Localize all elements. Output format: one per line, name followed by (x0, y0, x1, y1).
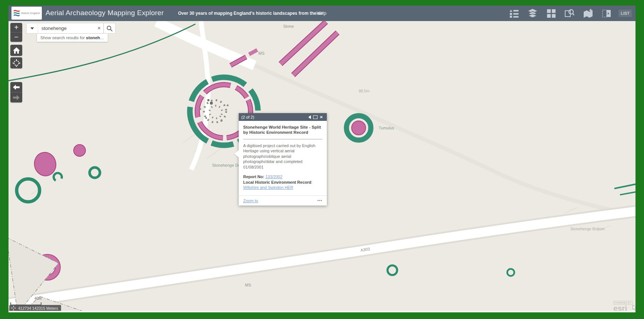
page-subtitle: Over 30 years of mapping England's histo… (178, 11, 323, 16)
search-widget: × (26, 23, 115, 34)
her-label: Local Historic Environment Record (243, 180, 311, 184)
popup-pager: (2 of 2) (241, 115, 306, 119)
esri-attribution: POWERED BY esri (613, 298, 633, 312)
scale-label: 40m (34, 296, 41, 301)
home-icon (13, 47, 20, 54)
add-map-icon[interactable] (581, 7, 595, 19)
zoom-control: + − (10, 23, 22, 42)
search-button[interactable] (104, 23, 115, 34)
esri-logo: esri (613, 305, 633, 312)
app-header: Historic England Aerial Archaeology Mapp… (9, 6, 635, 21)
ring-ditches[interactable] (388, 265, 514, 276)
popup-body: Stonehenge World Heritage Site - Split b… (239, 121, 327, 193)
report-label: Report No: (243, 174, 264, 179)
historic-england-flag-icon (14, 10, 20, 17)
help-link[interactable]: Help (316, 10, 326, 16)
clear-search-icon[interactable]: × (96, 25, 102, 31)
map-label: Tumulus (379, 126, 394, 130)
legend-icon[interactable] (507, 7, 521, 19)
chevron-down-icon (30, 27, 34, 30)
zoom-to-link[interactable]: Zoom to (243, 198, 258, 203)
next-extent-button[interactable] (10, 92, 22, 102)
coordinate-widget[interactable]: 412734 142315 Meters (9, 305, 61, 311)
header-toolbar: LIST (507, 6, 632, 21)
a303-road[interactable] (9, 211, 635, 305)
search-suggestion[interactable]: Show search results for stoneh… (37, 34, 108, 42)
map-label: MS (258, 51, 265, 55)
popup-description: A digitised project carried out by Engli… (243, 143, 322, 170)
popup-tail (234, 150, 239, 157)
maximize-icon[interactable] (312, 114, 318, 120)
coordinate-readout: 412734 142315 Meters (18, 306, 58, 310)
report-number-row: Report No: 133/2002 (243, 174, 322, 180)
suggestion-ellipsis: … (100, 35, 104, 40)
popup-footer: Zoom to ••• (239, 196, 327, 206)
back-arrow-icon (13, 85, 20, 90)
historic-england-logo[interactable]: Historic England (11, 7, 42, 20)
suggestion-prefix: Show search results for (40, 35, 86, 40)
layers-icon[interactable] (526, 7, 539, 19)
her-row: Local Historic Environment Record: Wilts… (243, 180, 322, 190)
report-link[interactable]: 133/2002 (265, 174, 282, 179)
swipe-panel-icon[interactable] (600, 7, 613, 19)
map-label: Stone (283, 24, 294, 28)
edge-earthworks[interactable] (614, 184, 635, 195)
map-canvas[interactable]: Stone MS 98.5m Tumulus Stonehenge Down A… (9, 21, 635, 312)
search-input[interactable] (38, 23, 103, 33)
previous-feature-icon[interactable] (306, 114, 312, 120)
search-icon (107, 26, 113, 31)
tumulus-feature[interactable] (346, 116, 371, 140)
app-frame: Historic England Aerial Archaeology Mapp… (0, 0, 644, 319)
map-label: MS (245, 283, 251, 287)
map-label: Stonehenge Bottom (570, 227, 605, 231)
zoom-in-button[interactable]: + (10, 23, 22, 32)
close-icon[interactable]: × (318, 114, 324, 120)
aerial-archaeology-explorer: Historic England Aerial Archaeology Mapp… (9, 6, 635, 312)
popup-header: (2 of 2) × (239, 113, 327, 121)
forward-arrow-icon (13, 95, 20, 100)
her-link[interactable]: Wiltshire and Swindon HER (243, 185, 293, 190)
suggestion-term: stoneh (86, 35, 100, 40)
previous-extent-button[interactable] (10, 82, 22, 92)
popup-divider (243, 139, 322, 139)
feature-popup: (2 of 2) × Stonehenge World Heritage Sit… (239, 113, 327, 206)
search-source-dropdown[interactable] (26, 23, 38, 34)
zoom-out-button[interactable]: − (10, 32, 22, 42)
home-button[interactable] (10, 45, 22, 56)
attribute-search-icon[interactable] (563, 7, 576, 19)
more-options-icon[interactable]: ••• (317, 198, 322, 203)
her-separator: : (311, 180, 312, 184)
cursor-icon (633, 305, 635, 310)
page-title: Aerial Archaeology Mapping Explorer (46, 9, 164, 17)
locate-button[interactable] (10, 57, 22, 68)
popup-title: Stonehenge World Heritage Site - Split b… (243, 125, 322, 135)
map-label: 98.5m (359, 89, 369, 93)
basemap-gallery-icon[interactable] (544, 7, 558, 19)
stone-settings (199, 99, 229, 122)
extent-navigation (10, 82, 22, 102)
logo-text: Historic England (21, 12, 40, 14)
locate-icon (13, 59, 20, 67)
crosshair-icon (11, 306, 16, 310)
survey-extent-triangles (9, 237, 88, 312)
search-input-wrap: × (38, 23, 104, 34)
barrow-cluster[interactable] (17, 145, 100, 202)
list-button[interactable]: LIST (618, 10, 632, 17)
